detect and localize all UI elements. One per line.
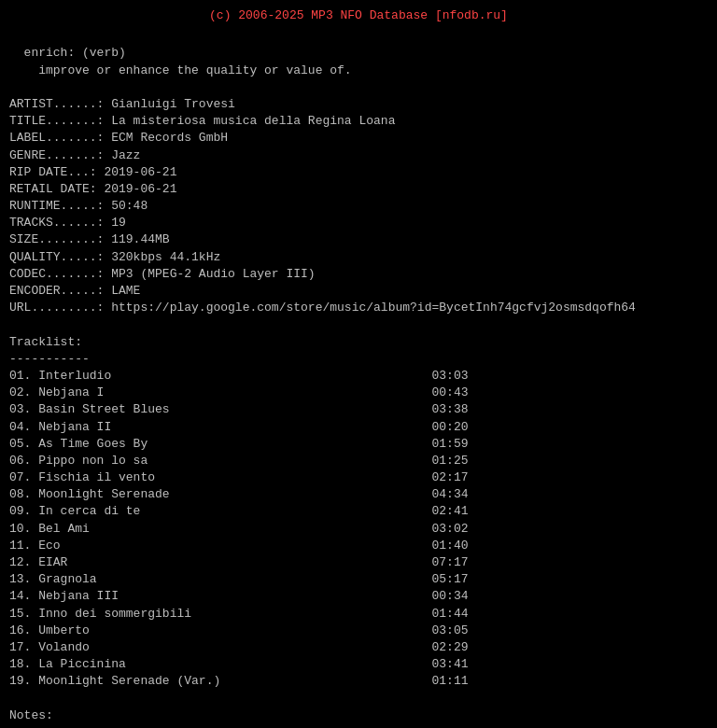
header: (c) 2006-2025 MP3 NFO Database [nfodb.ru… <box>9 7 708 24</box>
main-content: enrich: (verb) improve or enhance the qu… <box>9 28 708 728</box>
header-title: (c) 2006-2025 MP3 NFO Database [nfodb.ru… <box>209 8 508 22</box>
nfo-text: enrich: (verb) improve or enhance the qu… <box>9 46 636 728</box>
